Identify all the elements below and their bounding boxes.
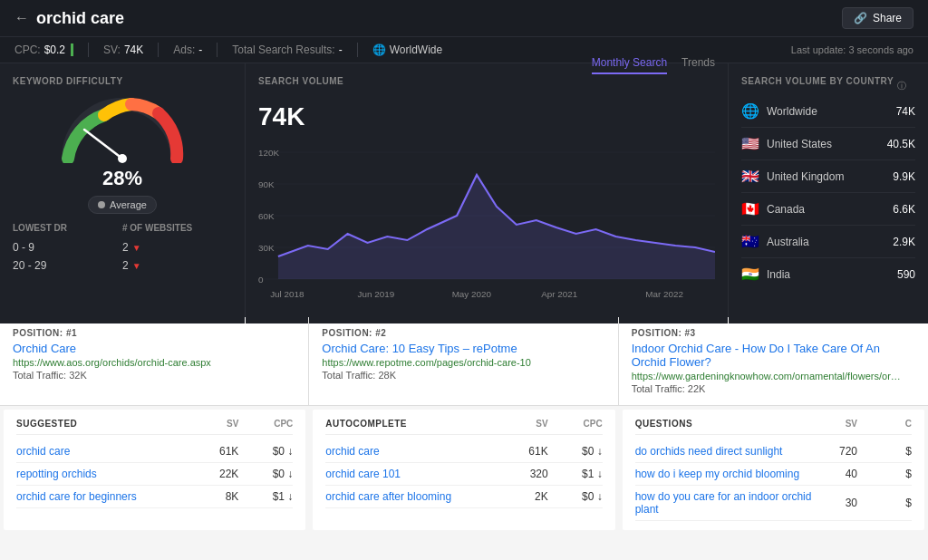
table-row: orchid care 61K $0 ↓ bbox=[325, 440, 602, 463]
location-meta[interactable]: 🌐 WorldWide bbox=[372, 43, 442, 56]
page-title: orchid care bbox=[36, 9, 124, 28]
keyword-link[interactable]: orchid care bbox=[325, 445, 511, 458]
country-left: 🇬🇧 United Kingdom bbox=[741, 168, 844, 185]
divider bbox=[357, 43, 358, 57]
cpc-value: $1 ↓ bbox=[566, 468, 603, 480]
chevron-down-icon: ▼ bbox=[132, 243, 141, 253]
country-left: 🌐 Worldwide bbox=[741, 102, 817, 120]
divider bbox=[217, 43, 218, 57]
country-value: 74K bbox=[896, 105, 915, 118]
position-link[interactable]: Indoor Orchid Care - How Do I Take Care … bbox=[632, 342, 915, 369]
keyword-table: SUGGESTED SV CPC orchid care 61K $0 ↓ re… bbox=[4, 410, 305, 530]
country-list: 🌐 Worldwide 74K 🇺🇸 United States 40.5K 🇬… bbox=[741, 95, 915, 290]
gauge-value: 28% bbox=[102, 167, 142, 190]
gauge-container: 28% Average bbox=[13, 95, 232, 214]
tab-monthly-search[interactable]: Monthly Search bbox=[592, 56, 667, 74]
position-label: POSITION: #1 bbox=[13, 328, 295, 338]
keyword-link[interactable]: orchid care bbox=[16, 445, 202, 458]
svg-line-0 bbox=[84, 130, 122, 159]
cpc-value: $ bbox=[875, 468, 912, 480]
tsr-meta: Total Search Results: - bbox=[232, 43, 342, 56]
position-label: POSITION: #3 bbox=[632, 328, 915, 338]
cpc-value: $ bbox=[875, 497, 912, 509]
keyword-link[interactable]: how do i keep my orchid blooming bbox=[635, 468, 821, 480]
keyword-link[interactable]: orchid care for beginners bbox=[16, 490, 202, 503]
keyword-link[interactable]: orchid care 101 bbox=[325, 468, 511, 480]
divider bbox=[158, 43, 159, 57]
kd-title: KEYWORD DIFFICULTY bbox=[13, 76, 232, 86]
country-list-item: 🇺🇸 United States 40.5K bbox=[741, 128, 915, 160]
table-row: orchid care 101 320 $1 ↓ bbox=[325, 463, 602, 486]
position-traffic: Total Traffic: 28K bbox=[322, 370, 604, 381]
position-url[interactable]: https://www.repotme.com/pages/orchid-car… bbox=[322, 357, 594, 368]
tab-trends[interactable]: Trends bbox=[682, 56, 715, 74]
position-link[interactable]: Orchid Care: 10 Easy Tips – rePotme bbox=[322, 342, 604, 355]
country-left: 🇦🇺 Australia bbox=[741, 233, 809, 250]
subheader: CPC: $0.2 SV: 74K Ads: - Total Search Re… bbox=[0, 37, 928, 63]
col-sv-header: SV bbox=[512, 419, 548, 429]
country-panel-title: SEARCH VOLUME BY COUNTRY bbox=[741, 76, 894, 86]
table-row: how do you care for an indoor orchid pla… bbox=[635, 486, 912, 521]
col-cpc-header: CPC bbox=[256, 419, 293, 429]
flag-icon: 🇦🇺 bbox=[741, 233, 759, 250]
country-left: 🇨🇦 Canada bbox=[741, 200, 805, 217]
sv-value: 2K bbox=[512, 490, 548, 503]
country-value: 590 bbox=[897, 268, 915, 281]
svg-text:60K: 60K bbox=[258, 211, 275, 220]
cpc-value: $0 ↓ bbox=[566, 445, 603, 458]
dr-header: LOWEST DR # OF WEBSITES bbox=[13, 223, 232, 233]
position-traffic: Total Traffic: 22K bbox=[632, 383, 915, 394]
col-sv-header: SV bbox=[821, 419, 857, 429]
col-sv-header: SV bbox=[202, 419, 238, 429]
share-button[interactable]: 🔗 Share bbox=[842, 7, 914, 29]
keyword-table: QUESTIONS SV C do orchids need direct su… bbox=[623, 410, 924, 530]
keyword-link[interactable]: how do you care for an indoor orchid pla… bbox=[635, 490, 821, 516]
country-name: India bbox=[767, 268, 790, 281]
country-volume-panel: SEARCH VOLUME BY COUNTRY ⓘ 🌐 Worldwide 7… bbox=[729, 63, 928, 323]
cpc-value: $0 ↓ bbox=[256, 468, 293, 480]
position-url[interactable]: https://www.aos.org/orchids/orchid-care.… bbox=[13, 357, 285, 368]
ads-meta: Ads: - bbox=[173, 43, 202, 56]
position-label: POSITION: #2 bbox=[322, 328, 604, 338]
sv-meta: SV: 74K bbox=[103, 43, 143, 56]
table-header: QUESTIONS SV C bbox=[635, 419, 912, 435]
bottom-section: POSITION: #1 Orchid Care https://www.aos… bbox=[0, 317, 928, 560]
position-traffic: Total Traffic: 32K bbox=[13, 370, 295, 381]
country-value: 2.9K bbox=[893, 236, 915, 248]
table-header: AUTOCOMPLETE SV CPC bbox=[325, 419, 602, 435]
globe-icon: 🌐 bbox=[372, 43, 386, 56]
position-link[interactable]: Orchid Care bbox=[13, 342, 295, 355]
sv-panel-title: SEARCH VOLUME bbox=[258, 76, 343, 86]
svg-text:0: 0 bbox=[258, 275, 263, 284]
info-icon[interactable]: ⓘ bbox=[897, 80, 906, 92]
country-left: 🇮🇳 India bbox=[741, 266, 790, 283]
table-row: 20 - 29 2 ▼ bbox=[13, 256, 232, 275]
keyword-difficulty-panel: KEYWORD DIFFICULTY bbox=[0, 63, 245, 323]
cpc-value: $0 ↓ bbox=[256, 445, 293, 458]
svg-text:120K: 120K bbox=[258, 148, 280, 157]
back-button[interactable]: ← bbox=[14, 10, 29, 26]
keyword-link[interactable]: orchid care after blooming bbox=[325, 490, 511, 503]
country-name: United States bbox=[767, 138, 832, 150]
svg-text:90K: 90K bbox=[258, 179, 275, 188]
svg-marker-12 bbox=[278, 175, 715, 279]
svg-text:Jun 2019: Jun 2019 bbox=[358, 289, 395, 298]
table-title: QUESTIONS bbox=[635, 419, 692, 429]
country-list-item: 🇮🇳 India 590 bbox=[741, 258, 915, 290]
keyword-link[interactable]: do orchids need direct sunlight bbox=[635, 445, 821, 458]
gauge bbox=[59, 95, 186, 163]
country-value: 6.6K bbox=[893, 203, 915, 216]
keyword-link[interactable]: repotting orchids bbox=[16, 468, 202, 480]
position-url[interactable]: https://www.gardeningknowhow.com/ornamen… bbox=[632, 371, 904, 381]
sv-number: 74K bbox=[258, 102, 715, 131]
cpc-meta: CPC: $0.2 bbox=[14, 43, 73, 56]
svg-text:May 2020: May 2020 bbox=[452, 289, 491, 298]
country-name: Worldwide bbox=[767, 105, 817, 118]
sv-value: 30 bbox=[821, 497, 857, 509]
flag-icon: 🇬🇧 bbox=[741, 168, 759, 185]
link-icon: 🔗 bbox=[854, 12, 867, 24]
average-badge: Average bbox=[88, 196, 157, 214]
search-volume-panel: SEARCH VOLUME Monthly Search Trends 74K … bbox=[246, 63, 728, 323]
country-list-item: 🇦🇺 Australia 2.9K bbox=[741, 226, 915, 258]
svg-text:Mar 2022: Mar 2022 bbox=[645, 289, 683, 298]
